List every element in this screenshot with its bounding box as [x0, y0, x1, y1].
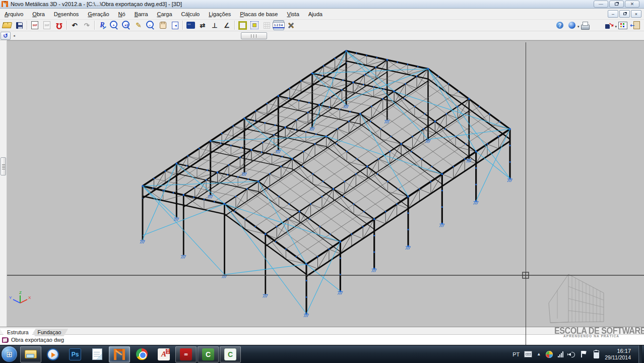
app-icon	[2, 1, 8, 7]
zoom-x2-icon[interactable]: x2	[121, 20, 132, 30]
taskbar-autocad[interactable]: A	[153, 346, 174, 362]
bar-extend-icon[interactable]: ⇄	[197, 20, 208, 30]
show-desktop-button[interactable]	[638, 345, 642, 363]
battery-icon[interactable]	[592, 350, 600, 358]
bar-perpendicular-icon[interactable]: ⊥	[209, 20, 220, 30]
clock-time: 16:17	[605, 347, 631, 354]
mdi-buttons: – ×	[608, 10, 644, 18]
mdi-restore-button[interactable]	[619, 10, 630, 18]
menu-item-obra[interactable]: Obra	[28, 10, 49, 19]
tab-fundaçao[interactable]: Fundaçao	[31, 329, 69, 336]
watermark-subtitle: APRENDENDO NA PRÁTICA	[563, 334, 619, 338]
taskbar-chrome[interactable]	[131, 346, 152, 362]
restore-button[interactable]	[609, 1, 624, 8]
layer-square-icon[interactable]	[237, 20, 248, 30]
window-title: Novo Metálicas 3D - v2012.a - [C:\...\Ob…	[11, 1, 182, 7]
menu-item-geração[interactable]: Geração	[83, 10, 113, 19]
status-text: Obra exportaçao dwg	[11, 337, 64, 343]
toolbar-separator	[234, 21, 235, 30]
numbering-toggle-icon[interactable]: 1234	[273, 20, 284, 30]
status-bar: Obra exportaçao dwg	[0, 334, 644, 345]
undo-icon[interactable]: ↶	[69, 20, 80, 30]
clock[interactable]: 16:17 29/11/2014	[605, 347, 634, 361]
left-panel-strip	[0, 40, 7, 327]
autocad-icon: A	[158, 348, 170, 360]
volume-icon[interactable]	[568, 351, 575, 357]
bar-angle-icon[interactable]: ∠	[221, 20, 232, 30]
keyboard-icon[interactable]	[524, 350, 532, 358]
menu-item-arquivo[interactable]: Arquivo	[0, 10, 28, 19]
menu-item-barra[interactable]: Barra	[130, 10, 153, 19]
rotate-view-icon[interactable]: ↺	[1, 32, 11, 40]
reference-grid-icon	[261, 20, 272, 30]
pan-hand-icon[interactable]	[157, 20, 168, 30]
tab-estrutura[interactable]: Estrutura	[0, 329, 36, 336]
title-bar[interactable]: Novo Metálicas 3D - v2012.a - [C:\...\Ob…	[0, 0, 644, 9]
project-book-icon	[2, 337, 9, 343]
system-tray: PT ▲ 16:17 29/11/2014	[512, 345, 644, 363]
menu-item-placas-de-base[interactable]: Placas de base	[235, 10, 282, 19]
taskbar-notepad[interactable]	[87, 346, 108, 362]
print-preview-icon[interactable]	[592, 20, 603, 30]
snap-magnet-icon[interactable]	[53, 20, 65, 30]
show-hidden-icons[interactable]: ▲	[537, 352, 541, 356]
redo-icon: ↷	[81, 20, 92, 30]
network-signal-icon[interactable]	[558, 351, 563, 357]
chrome-icon	[136, 348, 148, 360]
close-button[interactable]: ✕	[625, 1, 639, 8]
menu-item-ajuda[interactable]: Ajuda	[304, 10, 327, 19]
menu-bar: ArquivoObraDesenhosGeraçãoNóBarraCargaCá…	[0, 9, 644, 20]
camtasia-recorder-icon: C	[202, 348, 214, 360]
exit-icon[interactable]	[629, 20, 640, 30]
taskbar-media-player[interactable]	[42, 346, 63, 362]
redraw-icon[interactable]	[97, 20, 108, 30]
save-icon[interactable]	[14, 20, 25, 30]
open-icon[interactable]	[2, 20, 13, 30]
menu-item-cálculo[interactable]: Cálculo	[177, 10, 205, 19]
menu-item-desenhos[interactable]: Desenhos	[49, 10, 84, 19]
export-save-icon[interactable]	[604, 20, 615, 30]
help-icon[interactable]	[554, 20, 565, 30]
language-indicator[interactable]: PT	[512, 351, 520, 357]
taskbar-explorer[interactable]	[20, 346, 41, 362]
taskbar-adobe-reader[interactable]: ∞	[175, 346, 197, 362]
svg-text:X: X	[28, 295, 31, 300]
updates-icon[interactable]	[545, 350, 553, 358]
collapse-arrow-icon[interactable]: ◄	[13, 34, 16, 37]
taskbar-camtasia-recorder[interactable]: C	[198, 346, 219, 362]
selection-square-icon[interactable]	[249, 20, 260, 30]
svg-text:Y: Y	[9, 295, 12, 300]
zoom-extents-icon[interactable]: +	[109, 20, 120, 30]
zoom-window-icon[interactable]: ▫	[145, 20, 156, 30]
sheet-tab-bar: EstruturaFundaçao	[0, 327, 644, 334]
structure-3d-view: ZXY	[7, 41, 644, 327]
start-button[interactable]	[2, 346, 17, 362]
taskbar-photoshop[interactable]: Ps	[65, 346, 86, 362]
mdi-minimize-button[interactable]: –	[608, 10, 618, 18]
taskbar-camtasia-studio[interactable]: C	[220, 346, 241, 362]
sketch-pencil-icon[interactable]	[133, 20, 144, 30]
action-center-flag-icon[interactable]	[579, 350, 588, 358]
caption-buttons: — ✕	[594, 1, 642, 8]
model-viewport[interactable]: ZXY	[7, 40, 644, 327]
menu-item-ligações[interactable]: Ligações	[204, 10, 235, 19]
notepad-icon	[91, 348, 104, 360]
media-player-icon	[46, 348, 59, 360]
vertical-splitter-grip[interactable]	[1, 157, 6, 175]
print-icon[interactable]	[579, 20, 591, 30]
minimize-button[interactable]: —	[594, 1, 608, 8]
import-dxf-icon[interactable]	[29, 20, 40, 30]
mdi-close-button[interactable]: ×	[631, 10, 641, 18]
web-services-icon[interactable]	[566, 20, 577, 30]
options-tools-icon[interactable]	[285, 20, 296, 30]
search-binoculars-icon[interactable]	[185, 20, 196, 30]
adobe-reader-icon: ∞	[180, 348, 192, 360]
windows-arrange-icon[interactable]	[617, 20, 628, 30]
toolbar-separator	[67, 21, 67, 30]
horizontal-splitter-grip[interactable]	[241, 32, 267, 39]
menu-item-vista[interactable]: Vista	[283, 10, 304, 19]
taskbar-metalicas-3d[interactable]	[109, 346, 130, 362]
menu-item-carga[interactable]: Carga	[153, 10, 177, 19]
previous-view-icon[interactable]	[169, 20, 180, 30]
menu-item-nó[interactable]: Nó	[114, 10, 130, 19]
